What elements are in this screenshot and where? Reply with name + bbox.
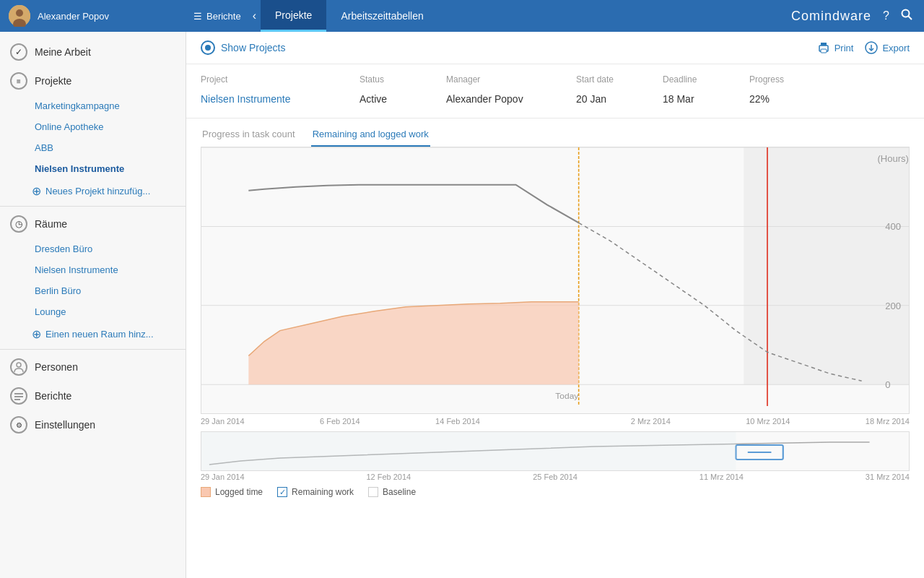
sidebar: ✓ Meine Arbeit ≡ Projekte Marketingkampa… xyxy=(0,32,186,578)
top-nav-tabs: ☰ Berichte ‹ Projekte Arbeitszeittabelle… xyxy=(186,0,780,32)
berichte-label: Berichte xyxy=(206,11,241,22)
print-icon xyxy=(817,41,830,54)
sidebar-item-nielsen-instrumente[interactable]: Nielsen Instrumente xyxy=(0,158,186,179)
print-button[interactable]: Print xyxy=(817,41,854,54)
content-header: Show Projects Print xyxy=(186,32,924,64)
search-icon[interactable] xyxy=(901,9,912,23)
legend-baseline[interactable]: Baseline xyxy=(368,487,416,497)
project-start-date: 20 Jan xyxy=(576,93,663,105)
logged-time-box xyxy=(201,487,211,497)
sidebar-item-marketingkampagne[interactable]: Marketingkampagne xyxy=(0,95,186,116)
svg-rect-32 xyxy=(201,432,736,471)
sidebar-item-dresden-buero[interactable]: Dresden Büro xyxy=(0,238,186,259)
export-button[interactable]: Export xyxy=(865,41,910,54)
svg-rect-6 xyxy=(14,393,23,394)
svg-line-4 xyxy=(909,17,912,20)
hamburger-menu[interactable]: ☰ Berichte xyxy=(186,0,248,32)
svg-point-10 xyxy=(205,45,211,51)
svg-point-5 xyxy=(17,363,21,367)
sidebar-item-nielsen-instrumente-raum[interactable]: Nielsen Instrumente xyxy=(0,259,186,280)
chart-svg: (Hours) 400 200 0 Today xyxy=(201,147,909,413)
svg-rect-17 xyxy=(744,147,909,384)
svg-text:0: 0 xyxy=(885,381,890,390)
sidebar-item-personen[interactable]: Personen xyxy=(0,353,186,381)
top-nav-right: Comindware ? xyxy=(780,9,924,24)
svg-point-1 xyxy=(16,9,23,17)
sidebar-add-project[interactable]: ⊕ Neues Projekt hinzufüg... xyxy=(0,179,186,203)
mini-chart xyxy=(201,431,910,471)
legend-logged-time[interactable]: Logged time xyxy=(201,487,263,497)
project-name-link[interactable]: Nielsen Instrumente xyxy=(201,93,359,105)
tab-remaining-logged-work[interactable]: Remaining and logged work xyxy=(311,124,430,147)
legend-remaining-work[interactable]: ✓ Remaining work xyxy=(277,487,354,497)
chart-legend: Logged time ✓ Remaining work Baseline xyxy=(186,483,924,501)
export-icon xyxy=(865,41,878,54)
sidebar-section-main: ✓ Meine Arbeit ≡ Projekte Marketingkampa… xyxy=(0,32,186,445)
tab-arbeitszeittabellen[interactable]: Arbeitszeittabellen xyxy=(326,0,437,32)
berichte-icon xyxy=(10,387,27,405)
mini-chart-x-labels: 29 Jan 2014 12 Feb 2014 25 Feb 2014 11 M… xyxy=(186,471,924,483)
tab-progress-task-count[interactable]: Progress in task count xyxy=(201,124,297,147)
sidebar-item-berlin-buero[interactable]: Berlin Büro xyxy=(0,280,186,301)
sidebar-item-projekte[interactable]: ≡ Projekte xyxy=(0,66,186,95)
sidebar-item-raeume[interactable]: ◷ Räume xyxy=(0,210,186,238)
personen-icon xyxy=(10,358,27,376)
avatar xyxy=(9,5,30,27)
sidebar-item-berichte[interactable]: Berichte xyxy=(0,381,186,410)
remaining-work-checkbox[interactable]: ✓ xyxy=(277,487,287,497)
mini-chart-svg xyxy=(201,432,909,471)
table-row: Nielsen Instrumente Active Alexander Pop… xyxy=(201,87,910,111)
sidebar-item-meine-arbeit[interactable]: ✓ Meine Arbeit xyxy=(0,38,186,66)
sidebar-divider-2 xyxy=(0,349,186,350)
svg-text:(Hours): (Hours) xyxy=(877,154,909,163)
svg-text:Today: Today xyxy=(555,392,578,400)
sidebar-add-room[interactable]: ⊕ Einen neuen Raum hinz... xyxy=(0,322,186,346)
top-nav: Alexander Popov ☰ Berichte ‹ Projekte Ar… xyxy=(0,0,924,32)
nav-back[interactable]: ‹ xyxy=(248,9,261,22)
sidebar-item-abb[interactable]: ABB xyxy=(0,137,186,158)
show-projects-icon xyxy=(201,40,215,55)
chart-x-labels: 29 Jan 2014 6 Feb 2014 14 Feb 2014 2 Mrz… xyxy=(186,414,924,428)
svg-text:200: 200 xyxy=(885,301,901,311)
project-table: Project Status Manager Start date Deadli… xyxy=(186,64,924,118)
project-manager: Alexander Popov xyxy=(446,93,576,105)
content-area: Show Projects Print xyxy=(186,32,924,578)
main-chart: (Hours) 400 200 0 Today xyxy=(201,147,910,414)
brand-name: Comindware xyxy=(791,9,871,24)
user-name: Alexander Popov xyxy=(38,11,109,22)
help-icon[interactable]: ? xyxy=(883,9,889,22)
svg-point-3 xyxy=(902,10,910,17)
raeume-icon: ◷ xyxy=(10,215,27,233)
einstellungen-icon: ⚙ xyxy=(10,416,27,434)
chart-tabs: Progress in task count Remaining and log… xyxy=(186,118,924,147)
sidebar-item-einstellungen[interactable]: ⚙ Einstellungen xyxy=(0,410,186,439)
projekte-icon: ≡ xyxy=(10,72,27,90)
meine-arbeit-icon: ✓ xyxy=(10,43,27,61)
svg-rect-8 xyxy=(14,399,20,400)
tab-projekte[interactable]: Projekte xyxy=(261,0,326,32)
svg-rect-13 xyxy=(821,49,827,53)
sidebar-divider-1 xyxy=(0,206,186,207)
table-header: Project Status Manager Start date Deadli… xyxy=(201,72,910,87)
project-deadline: 18 Mar xyxy=(663,93,749,105)
svg-rect-12 xyxy=(821,43,827,46)
svg-rect-7 xyxy=(14,396,23,397)
sidebar-item-lounge[interactable]: Lounge xyxy=(0,301,186,322)
top-nav-left: Alexander Popov xyxy=(0,5,186,27)
baseline-box xyxy=(368,487,378,497)
main-layout: ✓ Meine Arbeit ≡ Projekte Marketingkampa… xyxy=(0,32,924,578)
project-status: Active xyxy=(359,93,446,105)
project-progress: 22% xyxy=(749,93,807,105)
show-projects-button[interactable]: Show Projects xyxy=(201,40,285,55)
sidebar-item-online-apotheke[interactable]: Online Apotheke xyxy=(0,116,186,137)
header-actions: Print Export xyxy=(817,41,910,54)
svg-text:400: 400 xyxy=(885,223,901,232)
